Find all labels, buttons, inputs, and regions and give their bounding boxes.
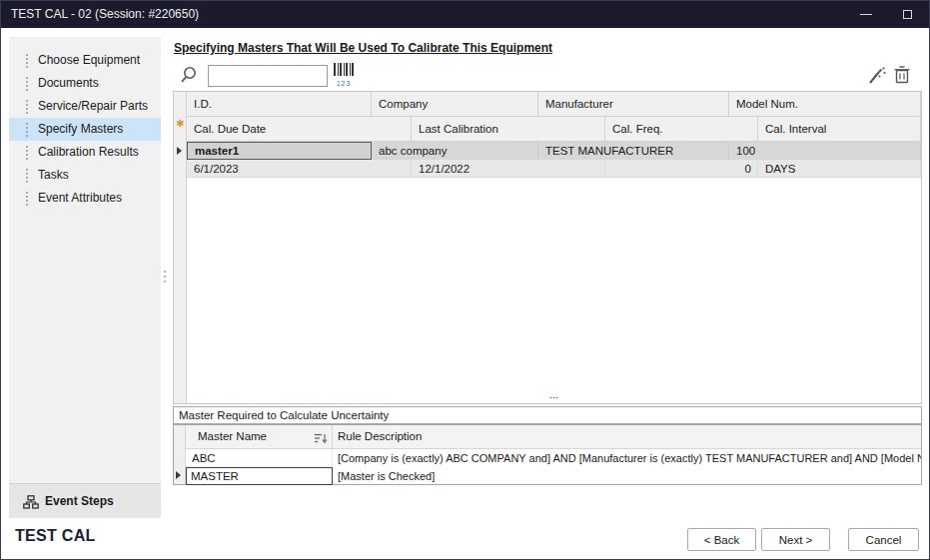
column-header-rule-description[interactable]: Rule Description [333,425,921,449]
column-header-cal-due-date[interactable]: Cal. Due Date [187,117,412,142]
search-icon[interactable] [179,64,201,86]
sidebar-item-calibration-results[interactable]: Calibration Results [9,141,161,164]
sidebar-item-label: Choose Equipment [38,49,140,72]
sidebar-item-label: Event Attributes [38,187,122,210]
grip-dots-icon [26,77,28,79]
rule-row-description[interactable]: [Company is (exactly) ABC COMPANY and] A… [333,449,921,467]
master-record-row-2: 6/1/2023 12/1/2022 0 DAYS [187,160,921,178]
cell-model-num[interactable]: 100 [729,142,921,160]
sort-icon[interactable] [314,430,328,449]
maximize-button[interactable] [893,1,923,28]
master-name-edit-cell[interactable]: MASTER [186,467,333,485]
product-name: TEST CAL [15,527,96,545]
cell-company[interactable]: abc company [372,142,538,160]
masters-grid: I.D. Company Manufacturer Model Num. Cal… [173,91,922,404]
column-header-cal-interval[interactable]: Cal. Interval [758,117,921,142]
cell-cal-due-date[interactable]: 6/1/2023 [187,160,412,178]
column-header-model-num[interactable]: Model Num. [729,92,921,117]
grip-dots-icon [26,54,28,56]
column-header-master-name[interactable]: Master Name [186,425,333,449]
sidebar-item-tasks[interactable]: Tasks [9,164,161,187]
sidebar-item-label: Service/Repair Parts [38,95,148,118]
uncertainty-rules-table: Master Name Rule Description ABC [Compan… [173,424,922,485]
grip-dots-icon [26,169,28,171]
wand-icon[interactable] [866,66,886,86]
grip-dots-icon [26,100,28,102]
current-row-arrow-icon [176,471,181,479]
column-header-company[interactable]: Company [372,92,538,117]
uncertainty-section-title: Master Required to Calculate Uncertainty [173,406,922,424]
sidebar-item-specify-masters[interactable]: Specify Masters [9,118,161,141]
pane-splitter-handle[interactable] [163,270,167,287]
cell-cal-freq[interactable]: 0 [605,160,758,178]
page-title: Specifying Masters That Will Be Used To … [174,41,552,55]
master-record-row-1: master1 abc company TEST MANUFACTURER 10… [187,142,921,160]
sitemap-icon [23,495,39,512]
grid-header-row-1: I.D. Company Manufacturer Model Num. [187,92,921,117]
cancel-button[interactable]: Cancel [848,528,919,551]
trash-icon[interactable] [893,65,911,85]
row-indicator-column [174,92,187,403]
window-titlebar: TEST CAL - 02 (Session: #220650) [1,1,929,28]
rule-row-master-name[interactable]: ABC [186,449,333,467]
barcode-digits-label: 123 [332,80,356,87]
event-steps-button[interactable]: Event Steps [9,483,161,518]
application-window: TEST CAL - 02 (Session: #220650) Choose … [0,0,930,560]
sidebar-item-event-attributes[interactable]: Event Attributes [9,187,161,210]
grid-more-indicator: ... [187,389,921,403]
maximize-icon [903,10,912,19]
grid-header-row-2: Cal. Due Date Last Calibration Cal. Freq… [187,117,921,142]
sidebar-item-documents[interactable]: Documents [9,72,161,95]
sidebar-item-label: Calibration Results [38,141,139,164]
sidebar-item-label: Specify Masters [38,118,123,141]
sidebar-item-service-repair-parts[interactable]: Service/Repair Parts [9,95,161,118]
splitter-dots-icon [164,271,166,273]
next-button[interactable]: Next > [761,528,830,551]
window-title: TEST CAL - 02 (Session: #220650) [11,1,199,28]
wizard-steps-sidebar: Choose Equipment Documents Service/Repai… [9,37,161,518]
back-button[interactable]: < Back [687,528,756,551]
minimize-icon [860,14,872,15]
grip-dots-icon [26,123,28,125]
cell-last-calibration[interactable]: 12/1/2022 [412,160,605,178]
column-header-id[interactable]: I.D. [187,92,372,117]
grip-dots-icon [26,192,28,194]
master-name-header-label: Master Name [198,430,267,442]
row-indicator-column [174,425,186,484]
cell-cal-interval[interactable]: DAYS [758,160,921,178]
sidebar-item-label: Documents [38,72,99,95]
barcode-number-icon[interactable]: 123 [332,63,356,89]
grip-dots-icon [26,146,28,148]
event-steps-label: Event Steps [45,484,114,518]
column-header-manufacturer[interactable]: Manufacturer [538,92,729,117]
current-row-arrow-icon [177,147,182,155]
sidebar-item-label: Tasks [38,164,69,187]
sidebar-item-choose-equipment[interactable]: Choose Equipment [9,49,161,72]
cell-manufacturer[interactable]: TEST MANUFACTURER [538,142,729,160]
rule-row-description[interactable]: [Master is Checked] [333,467,921,485]
new-row-asterisk-icon [175,119,186,129]
minimize-button[interactable] [851,1,881,28]
column-header-last-calibration[interactable]: Last Calibration [412,117,605,142]
cell-id[interactable]: master1 [187,142,372,160]
search-input[interactable] [208,65,328,87]
column-header-cal-freq[interactable]: Cal. Freq. [605,117,758,142]
